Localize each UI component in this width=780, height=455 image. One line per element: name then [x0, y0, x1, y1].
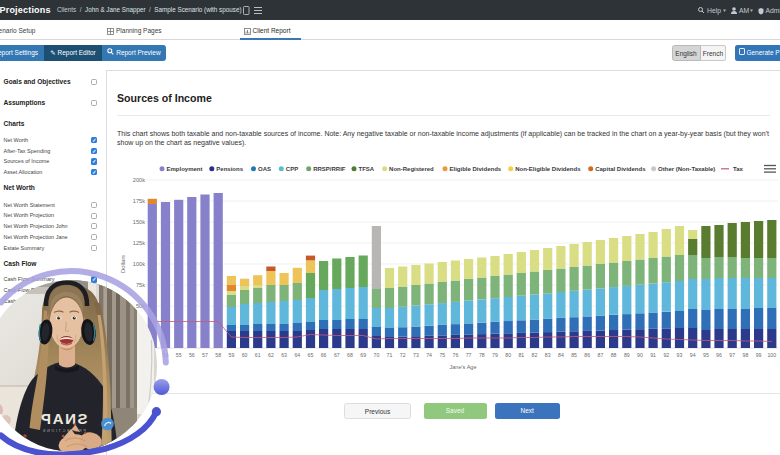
- svg-text:SNAP: SNAP: [39, 410, 87, 427]
